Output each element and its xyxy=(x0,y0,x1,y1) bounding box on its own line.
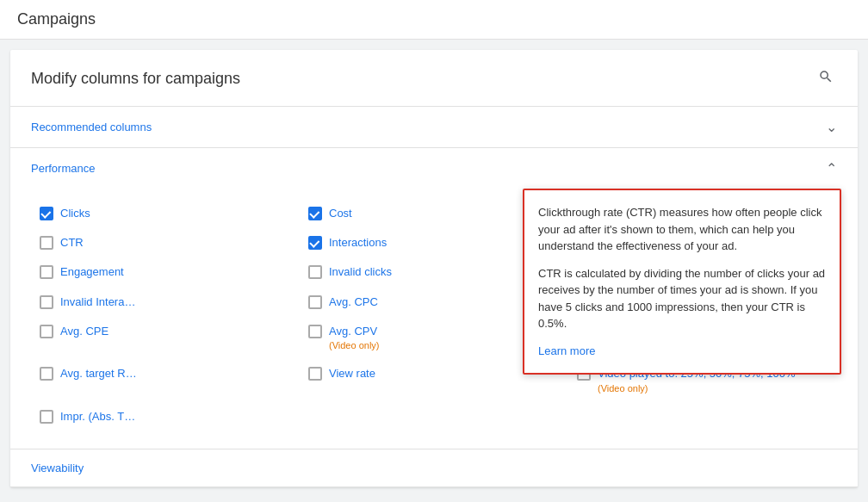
column-sublabel-avgcpv: (Video only) xyxy=(329,339,380,352)
page-title: Campaigns xyxy=(17,10,96,28)
column-label-avgcpe[interactable]: Avg. CPE xyxy=(60,324,108,339)
viewability-label: Viewability xyxy=(31,462,84,474)
checkbox-viewrate[interactable] xyxy=(308,367,322,381)
panel-header: Modify columns for campaigns xyxy=(10,50,858,107)
checkbox-imprabst[interactable] xyxy=(40,410,53,424)
column-item-avgtargetr: Avg. target R… xyxy=(31,359,300,402)
checkbox-avgcpe[interactable] xyxy=(40,325,53,338)
column-label-imprabst[interactable]: Impr. (Abs. T… xyxy=(60,409,135,425)
learn-more-link[interactable]: Learn more xyxy=(538,343,595,360)
column-item-clicks: Clicks xyxy=(31,199,300,228)
checkbox-interactions[interactable] xyxy=(308,236,322,250)
tooltip-para2: CTR is calculated by dividing the number… xyxy=(538,265,826,332)
recommended-section: Recommended columns ⌄ xyxy=(10,107,858,148)
recommended-section-header[interactable]: Recommended columns ⌄ xyxy=(10,107,858,147)
viewability-section-header[interactable]: Viewability xyxy=(10,449,858,487)
column-item-avgcpe: Avg. CPE xyxy=(31,317,300,360)
column-item-invalintera: Invalid Intera… xyxy=(31,288,300,317)
checkbox-avgcpv[interactable] xyxy=(308,325,322,338)
checkbox-cost[interactable] xyxy=(308,207,322,220)
column-label-avgtargetr[interactable]: Avg. target R… xyxy=(60,366,137,381)
column-label-viewrate[interactable]: View rate xyxy=(329,366,375,381)
performance-columns-content: ClicksCostImpr.CTRInteractionsInteractio… xyxy=(10,189,858,449)
column-label-cost[interactable]: Cost xyxy=(329,206,352,221)
performance-section: Performance ⌃ ClicksCostImpr.CTRInteract… xyxy=(10,148,858,449)
ctr-tooltip: Clickthrough rate (CTR) measures how oft… xyxy=(523,189,841,375)
main-panel: Modify columns for campaigns Recommended… xyxy=(10,50,858,487)
column-label-invalintera[interactable]: Invalid Intera… xyxy=(60,294,135,310)
column-label-avgcpc[interactable]: Avg. CPC xyxy=(329,294,378,310)
performance-section-header[interactable]: Performance ⌃ xyxy=(10,148,858,189)
checkbox-ctr[interactable] xyxy=(40,236,53,250)
column-sublabel-videoplayed: (Video only) xyxy=(598,382,796,395)
column-item-engagement: Engagement xyxy=(31,257,300,287)
tooltip-para1: Clickthrough rate (CTR) measures how oft… xyxy=(538,204,826,255)
checkbox-avgtargetr[interactable] xyxy=(40,367,53,381)
column-label-avgcpv[interactable]: Avg. CPV(Video only) xyxy=(329,324,380,353)
viewability-section: Viewability xyxy=(10,449,858,487)
column-label-invalclicks[interactable]: Invalid clicks xyxy=(329,264,392,280)
checkbox-avgcpc[interactable] xyxy=(308,295,322,309)
performance-chevron-icon: ⌃ xyxy=(826,160,837,177)
recommended-label: Recommended columns xyxy=(31,121,152,133)
panel-title: Modify columns for campaigns xyxy=(31,70,240,88)
column-label-engagement[interactable]: Engagement xyxy=(60,264,124,280)
column-item-imprabst: Impr. (Abs. T… xyxy=(31,402,300,431)
top-bar: Campaigns xyxy=(0,0,868,40)
checkbox-clicks[interactable] xyxy=(40,207,53,220)
performance-label: Performance xyxy=(31,162,95,175)
column-item-ctr: CTR xyxy=(31,228,300,257)
checkbox-invalclicks[interactable] xyxy=(308,265,322,279)
search-button[interactable] xyxy=(815,65,837,92)
column-label-ctr[interactable]: CTR xyxy=(60,235,84,251)
checkbox-engagement[interactable] xyxy=(40,265,53,279)
checkbox-invalintera[interactable] xyxy=(40,295,53,309)
recommended-chevron-icon: ⌄ xyxy=(826,119,837,135)
column-label-clicks[interactable]: Clicks xyxy=(60,206,90,221)
column-label-interactions[interactable]: Interactions xyxy=(329,235,387,251)
